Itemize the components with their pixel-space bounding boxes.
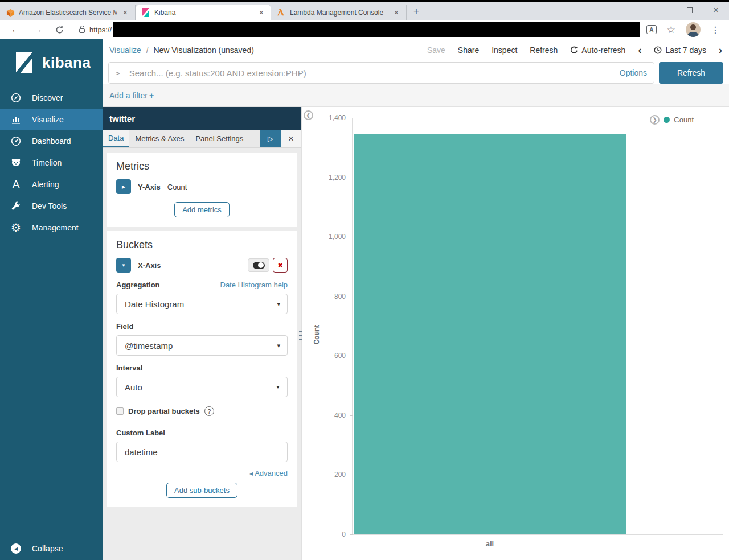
refresh-nav-button[interactable]: Refresh <box>530 46 558 55</box>
sidebar-item-discover[interactable]: Discover <box>0 87 103 109</box>
browser-tab-lambda[interactable]: Lambda Management Console × <box>271 5 407 20</box>
plus-icon: + <box>149 91 154 100</box>
alerting-icon: A <box>9 178 23 191</box>
field-select[interactable]: @timestamp ▾ <box>116 335 288 356</box>
kibana-top-nav: Visualize / New Visualization (unsaved) … <box>103 39 729 61</box>
triangle-left-icon: ◀ <box>249 471 253 476</box>
tab-data[interactable]: Data <box>103 130 129 147</box>
y-axis-title: Count <box>313 324 321 344</box>
auto-refresh-icon <box>570 46 578 54</box>
help-icon[interactable]: ? <box>204 406 214 416</box>
y-tick-label: 800 <box>334 293 346 300</box>
sidebar-item-timelion[interactable]: Timelion <box>0 152 103 174</box>
options-link[interactable]: Options <box>620 68 647 77</box>
sidebar-item-dashboard[interactable]: Dashboard <box>0 130 103 152</box>
auto-refresh-button[interactable]: Auto-refresh <box>570 46 625 55</box>
add-sub-buckets-button[interactable]: Add sub-buckets <box>166 483 237 498</box>
browser-tab-kibana[interactable]: Kibana × <box>136 5 271 20</box>
save-button[interactable]: Save <box>427 46 445 55</box>
discover-icon <box>9 93 23 103</box>
timelion-icon <box>9 158 23 168</box>
sidebar-item-label: Dashboard <box>32 137 71 146</box>
browser-menu-icon[interactable]: ⋮ <box>706 24 724 35</box>
redacted-url <box>113 22 640 37</box>
date-histogram-help-link[interactable]: Date Histogram help <box>220 281 288 289</box>
sidebar-item-label: Discover <box>32 93 63 102</box>
collapse-bucket-button[interactable]: ▼ <box>116 258 131 273</box>
caret-down-icon: ▼ <box>276 385 280 390</box>
bookmark-star-icon[interactable]: ☆ <box>662 24 680 36</box>
y-tick-mark <box>350 534 353 535</box>
sidebar-spacer <box>0 238 103 536</box>
caret-down-icon: ▾ <box>277 300 280 308</box>
remove-bucket-button[interactable]: ✖ <box>273 258 288 273</box>
lambda-icon <box>277 8 286 17</box>
tab-panel-settings[interactable]: Panel Settings <box>190 130 249 147</box>
field-label: Field <box>116 322 133 331</box>
translate-icon[interactable]: A <box>646 25 657 34</box>
y-tick-mark <box>350 118 353 118</box>
sidebar-item-label: Management <box>32 223 79 232</box>
sidebar-item-visualize[interactable]: Visualize <box>0 109 103 130</box>
window-close-button[interactable]: × <box>703 2 729 19</box>
disable-bucket-toggle[interactable] <box>248 258 269 272</box>
tab-close-icon[interactable]: × <box>392 8 400 17</box>
drop-partial-buckets-row: Drop partial buckets ? <box>116 406 288 416</box>
add-filter-link[interactable]: Add a filter+ <box>109 91 154 100</box>
window-restore-button[interactable] <box>677 2 703 19</box>
inspect-button[interactable]: Inspect <box>492 46 517 55</box>
y-tick-mark <box>350 237 353 237</box>
collapse-label: Collapse <box>32 544 63 553</box>
search-input[interactable] <box>129 68 614 78</box>
time-prev-button[interactable]: ‹ <box>638 45 641 55</box>
time-next-button[interactable]: › <box>719 45 722 55</box>
breadcrumb: Visualize / New Visualization (unsaved) <box>109 46 254 55</box>
sidebar-item-label: Alerting <box>32 180 59 189</box>
sidebar-item-alerting[interactable]: A Alerting <box>0 174 103 195</box>
time-range-picker[interactable]: Last 7 days <box>654 46 706 55</box>
advanced-toggle-link[interactable]: ◀ Advanced <box>249 469 288 477</box>
reload-icon[interactable] <box>49 26 70 34</box>
filter-bar: Add a filter+ <box>103 84 729 107</box>
profile-avatar[interactable] <box>686 22 701 37</box>
expand-metric-button[interactable]: ▶ <box>116 179 131 194</box>
restore-icon <box>687 7 693 13</box>
apply-changes-button[interactable]: ▷ <box>260 130 281 147</box>
buckets-card: Buckets ▼ X-Axis ✖ Aggregation Date Hist… <box>107 231 297 507</box>
tab-close-icon[interactable]: × <box>257 8 265 17</box>
sidebar-collapse-button[interactable]: ◀ Collapse <box>0 536 103 560</box>
browser-tab-strip: Amazon Elasticsearch Service Ma × Kibana… <box>0 2 729 20</box>
discard-changes-button[interactable]: × <box>281 130 301 147</box>
sidebar-item-label: Visualize <box>32 115 64 124</box>
clock-icon <box>654 46 662 54</box>
new-tab-button[interactable]: + <box>407 5 426 18</box>
address-bar[interactable]: https:// <box>73 22 640 38</box>
tab-close-icon[interactable]: × <box>121 8 129 17</box>
search-refresh-button[interactable]: Refresh <box>659 62 723 84</box>
share-button[interactable]: Share <box>458 46 479 55</box>
aggregation-select[interactable]: Date Histogram ▾ <box>116 294 288 314</box>
sidebar-item-devtools[interactable]: Dev Tools <box>0 195 103 217</box>
add-metrics-button[interactable]: Add metrics <box>174 202 230 217</box>
kibana-logo[interactable]: kibana <box>0 39 103 87</box>
back-icon[interactable]: ← <box>5 24 27 35</box>
drop-partial-buckets-checkbox[interactable] <box>116 407 124 415</box>
x-axis-label[interactable]: X-Axis <box>138 261 161 270</box>
window-minimize-button[interactable]: – <box>650 2 677 19</box>
tab-metrics-axes[interactable]: Metrics & Axes <box>129 130 190 147</box>
custom-label-input[interactable] <box>116 442 288 462</box>
metrics-card: Metrics ▶ Y-Axis Count Add metrics <box>107 153 297 227</box>
x-axis-row: ▼ X-Axis ✖ <box>116 258 288 273</box>
breadcrumb-visualize-link[interactable]: Visualize <box>109 46 141 55</box>
metrics-heading: Metrics <box>116 160 288 172</box>
vis-config-panel: twitter Data Metrics & Axes Panel Settin… <box>103 107 302 560</box>
browser-tab-aws[interactable]: Amazon Elasticsearch Service Ma × <box>0 5 136 20</box>
collapse-config-panel-button[interactable]: ❮ <box>304 110 313 120</box>
sidebar-item-management[interactable]: ⚙ Management <box>0 217 103 238</box>
lock-icon <box>79 28 85 33</box>
bar-count[interactable] <box>354 134 626 534</box>
interval-select[interactable]: Auto ▼ <box>116 377 288 397</box>
forward-icon[interactable]: → <box>27 24 49 35</box>
chart-area: ❮ ❯ Count Count all 02004006008001,0001,… <box>302 107 729 560</box>
y-axis-label[interactable]: Y-Axis <box>138 183 161 191</box>
